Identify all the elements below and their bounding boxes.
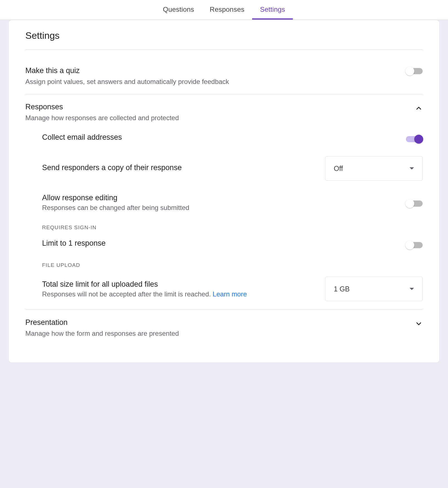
section-presentation: Presentation Manage how the form and res…: [25, 310, 423, 346]
signin-header: REQUIRES SIGN-IN: [42, 224, 423, 231]
quiz-subtitle: Assign point values, set answers and aut…: [25, 78, 406, 86]
limit-one-label: Limit to 1 response: [42, 239, 400, 248]
total-size-title: Total size limit for all uploaded files: [42, 280, 320, 289]
learn-more-link[interactable]: Learn more: [213, 290, 247, 298]
settings-card: Settings Make this a quiz Assign point v…: [8, 20, 440, 363]
total-size-subtitle: Responses will not be accepted after the…: [42, 290, 320, 298]
allow-edit-toggle[interactable]: [406, 200, 423, 207]
total-size-select[interactable]: 1 GB: [325, 277, 423, 301]
quiz-toggle[interactable]: [406, 68, 423, 74]
send-copy-label: Send responders a copy of their response: [42, 163, 320, 172]
limit-one-toggle[interactable]: [406, 242, 423, 248]
total-size-value: 1 GB: [334, 285, 350, 293]
section-quiz: Make this a quiz Assign point values, se…: [25, 58, 423, 94]
allow-edit-title: Allow response editing: [42, 194, 400, 202]
presentation-subtitle: Manage how the form and responses are pr…: [25, 330, 415, 337]
caret-down-icon: [410, 288, 414, 290]
quiz-title: Make this a quiz: [25, 66, 406, 75]
tab-settings[interactable]: Settings: [252, 0, 293, 20]
send-copy-select[interactable]: Off: [325, 156, 423, 181]
send-copy-value: Off: [334, 165, 343, 173]
page-title: Settings: [25, 30, 423, 50]
section-responses: Responses Manage how responses are colle…: [25, 94, 423, 310]
tab-questions[interactable]: Questions: [155, 0, 202, 20]
chevron-up-icon[interactable]: [415, 104, 423, 112]
chevron-down-icon[interactable]: [415, 320, 423, 328]
responses-title: Responses: [25, 103, 415, 111]
responses-subtitle: Manage how responses are collected and p…: [25, 114, 415, 122]
allow-edit-subtitle: Responses can be changed after being sub…: [42, 204, 400, 212]
upload-header: FILE UPLOAD: [42, 262, 423, 268]
tab-responses[interactable]: Responses: [202, 0, 252, 20]
collect-email-label: Collect email addresses: [42, 133, 400, 142]
collect-email-toggle[interactable]: [406, 136, 423, 142]
presentation-title: Presentation: [25, 318, 415, 327]
caret-down-icon: [410, 167, 414, 170]
tab-bar: Questions Responses Settings: [0, 0, 448, 20]
